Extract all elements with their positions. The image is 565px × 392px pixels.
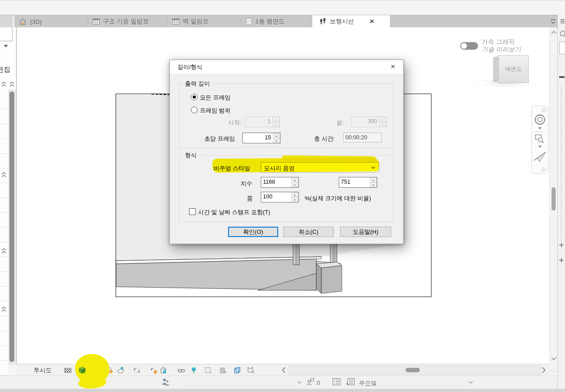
fps-down-arrow[interactable]: ▼ [273, 138, 280, 143]
palette-dropdown-arrow-icon[interactable] [4, 45, 8, 47]
active-workset-label[interactable]: 주모델 [359, 379, 377, 388]
tab-column-schedule[interactable]: 구조 기둥 일람표 [92, 15, 149, 28]
end-down-arrow[interactable]: ▼ [379, 122, 386, 127]
scroll-down-arrow-icon[interactable] [551, 357, 556, 361]
view-tab-bar: {3D} 구조 기둥 일람표 벽 일람표 1층 평면도 보행시선 × [0, 15, 557, 28]
tab-3d-view[interactable]: {3D} [19, 15, 42, 28]
start-down-arrow[interactable]: ▼ [272, 122, 280, 127]
zoom-spinner[interactable]: 100 ▲▼ [261, 192, 299, 202]
dim-h-down-arrow[interactable]: ▼ [370, 182, 377, 187]
worksets-icon[interactable] [161, 378, 170, 387]
workset-select-chevron-icon[interactable] [468, 381, 473, 384]
navbar-minimize-icon[interactable] [541, 167, 546, 172]
collapse-chevrons-icon[interactable] [1, 248, 7, 254]
temporary-hide-isolate-icon[interactable] [177, 366, 185, 374]
end-spinner[interactable]: 300 ▲▼ [351, 116, 387, 127]
zoom-down-arrow[interactable]: ▼ [291, 197, 298, 202]
horizontal-scrollbar-thumb[interactable] [405, 368, 420, 372]
steering-wheel-icon[interactable] [534, 114, 546, 125]
end-up-arrow[interactable]: ▲ [379, 117, 386, 122]
workset-select-underline[interactable] [357, 386, 466, 386]
analytical-model-icon[interactable] [219, 366, 227, 374]
zoom-dropdown-arrow-icon[interactable] [538, 146, 542, 148]
render-icon[interactable] [117, 366, 125, 374]
dim-h-up-arrow[interactable]: ▲ [370, 177, 377, 182]
all-frames-radio[interactable] [191, 94, 198, 100]
dim-w-down-arrow[interactable]: ▼ [291, 182, 298, 187]
toolbar-collapse-chevron-icon[interactable] [282, 367, 286, 373]
left-scrollbar-thumb[interactable] [9, 91, 14, 362]
type-selector-box[interactable] [0, 27, 13, 41]
window-bottom-edge [0, 389, 565, 392]
timestamp-checkbox[interactable] [189, 208, 196, 215]
active-workset-icon[interactable] [346, 378, 355, 386]
schedule-icon [172, 18, 180, 25]
workset-dropdown-chevron-icon[interactable] [297, 381, 302, 384]
fps-up-arrow[interactable]: ▲ [273, 133, 280, 138]
right-scrollbar[interactable] [549, 27, 558, 364]
displaced-elements-icon[interactable] [247, 366, 254, 374]
fine-detail-icon[interactable] [64, 366, 72, 374]
tab-floor-plan[interactable]: 1층 평면도 [246, 15, 285, 28]
accel-label-line1: 가속 그래픽 [482, 38, 515, 46]
toolbar-expand-chevron-icon[interactable] [542, 367, 546, 373]
dimension-label: 치수 [241, 180, 252, 188]
clipped-plus-icon[interactable] [559, 242, 564, 248]
resize-grip-icon[interactable]: .: [551, 366, 555, 373]
tab-wall-schedule[interactable]: 벽 일람표 [172, 15, 209, 28]
total-time-value: 00:00:20 [345, 134, 367, 141]
temporary-view-properties-icon[interactable] [204, 366, 212, 374]
total-time-label: 총 시간: [314, 135, 335, 143]
viewcube[interactable]: 배면도 [498, 55, 529, 83]
accelerated-graphics-toggle[interactable] [460, 42, 478, 50]
visual-style-icon[interactable] [78, 366, 86, 374]
home-icon[interactable] [559, 30, 565, 37]
zoom-region-icon[interactable] [535, 134, 545, 145]
collapse-chevrons-icon[interactable] [1, 81, 7, 87]
show-crop-region-icon[interactable] [150, 366, 158, 374]
workset-field-underline[interactable] [185, 386, 296, 386]
zoom-up-arrow[interactable]: ▲ [291, 192, 298, 197]
reveal-hidden-elements-icon[interactable] [190, 366, 198, 374]
dim-w-up-arrow[interactable]: ▲ [291, 177, 298, 182]
workset-list-icon[interactable] [332, 378, 341, 386]
navbar-close-icon[interactable] [542, 108, 547, 112]
tab-walkthrough-active[interactable]: 보행시선 × [312, 15, 390, 28]
tab-label: 1층 평면도 [255, 17, 285, 26]
tab-close-icon[interactable]: × [370, 17, 374, 26]
scroll-up-arrow-icon[interactable] [551, 30, 556, 34]
dialog-close-icon[interactable]: × [387, 61, 399, 72]
dimension-height-spinner[interactable]: 751 ▲▼ [339, 177, 377, 188]
help-button[interactable]: 도움말(H) [340, 227, 391, 237]
right-scrollbar-thumb[interactable] [552, 187, 556, 211]
clipped-plus-icon[interactable] [559, 258, 564, 263]
cancel-button[interactable]: 취소(C) [283, 227, 334, 237]
clipped-dashed-divider [561, 86, 561, 241]
visual-style-combo[interactable]: 모서리 음영 [261, 162, 379, 172]
dialog-title-bar[interactable]: 길이/형식 × [170, 60, 403, 73]
frame-range-label: 프레임 범위 [200, 107, 231, 115]
start-up-arrow[interactable]: ▲ [272, 117, 280, 122]
start-value: 1 [245, 117, 272, 127]
ok-button[interactable]: 확인(O) [228, 227, 278, 237]
start-spinner[interactable]: 1 ▲▼ [245, 116, 280, 127]
pan-paper-plane-icon[interactable] [533, 149, 547, 164]
edit-button-clipped[interactable]: 편집 [0, 65, 14, 75]
collapse-chevrons-icon[interactable] [1, 306, 7, 312]
frame-range-radio[interactable] [191, 107, 198, 113]
locked-3d-view-icon[interactable] [160, 366, 167, 374]
combo-chevron-down-icon [371, 166, 375, 169]
collapse-chevrons-icon[interactable] [9, 81, 15, 87]
wheel-dropdown-arrow-icon[interactable] [538, 127, 542, 129]
dimension-width-spinner[interactable]: 1168 ▲▼ [261, 177, 299, 188]
fps-spinner[interactable]: 15 ▲▼ [242, 133, 280, 143]
reveal-constraints-icon[interactable] [233, 366, 241, 374]
dialog-title: 길이/형식 [177, 63, 203, 71]
collapse-chevrons-icon[interactable] [1, 172, 7, 178]
editing-requests-icon[interactable] [306, 378, 315, 386]
tab-list-menu-icon[interactable] [550, 19, 556, 25]
all-frames-label: 모든 프레임 [200, 94, 231, 102]
view-type-label[interactable]: 투시도 [34, 366, 52, 375]
zoom-label: 줌 [247, 194, 253, 202]
crop-view-icon[interactable] [133, 366, 141, 374]
